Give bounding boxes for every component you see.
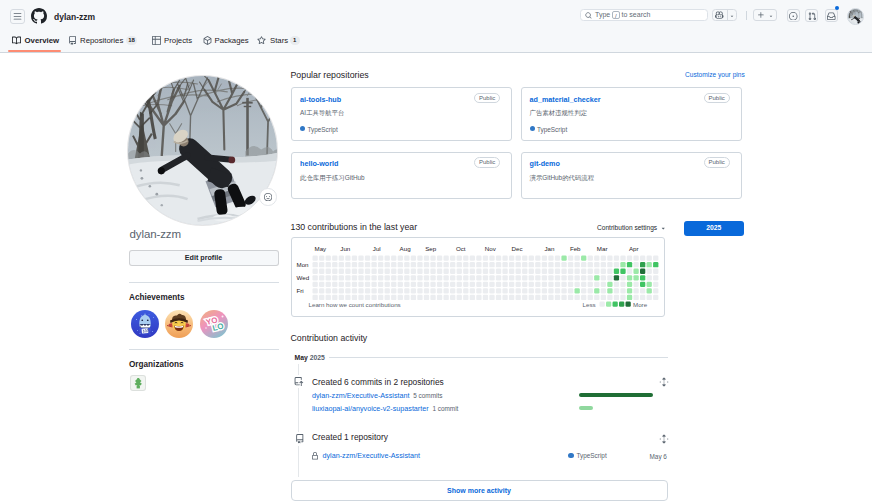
svg-text:Dec: Dec — [511, 245, 522, 252]
svg-text:Jun: Jun — [340, 245, 351, 252]
svg-text:Aug: Aug — [399, 245, 411, 252]
svg-text:Nov: Nov — [484, 245, 496, 252]
svg-text:Jul: Jul — [372, 245, 380, 252]
svg-text:Fri: Fri — [296, 287, 303, 294]
svg-text:May: May — [314, 245, 327, 252]
svg-text:Less: Less — [582, 301, 595, 308]
svg-text:Jan: Jan — [544, 245, 555, 252]
svg-text:Mar: Mar — [596, 245, 607, 252]
svg-text:Mon: Mon — [296, 261, 309, 268]
svg-text:Apr: Apr — [628, 245, 638, 252]
svg-text:More: More — [633, 301, 648, 308]
svg-text:Wed: Wed — [296, 274, 309, 281]
svg-text:Feb: Feb — [569, 245, 580, 252]
svg-text:Sep: Sep — [425, 245, 437, 252]
svg-text:Oct: Oct — [455, 245, 465, 252]
svg-text:Learn how we count contributio: Learn how we count contributions — [308, 301, 400, 308]
